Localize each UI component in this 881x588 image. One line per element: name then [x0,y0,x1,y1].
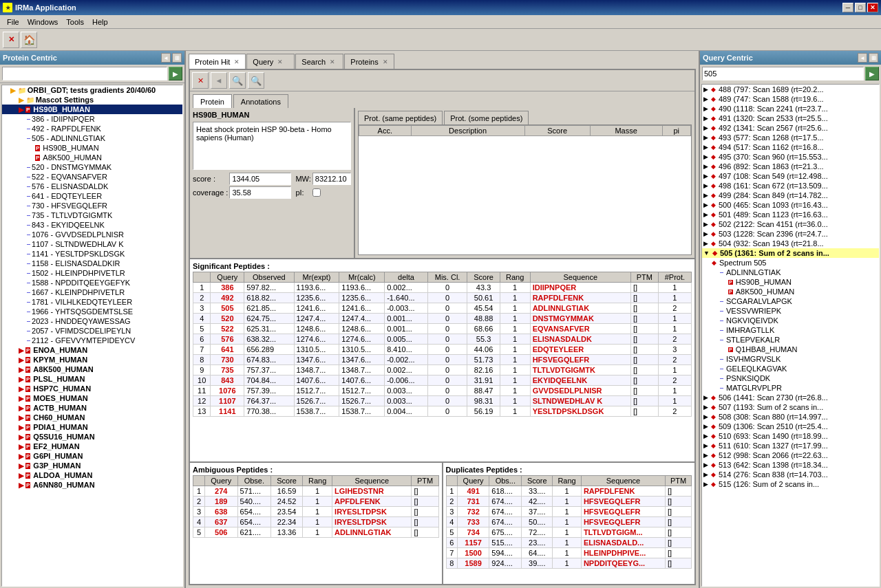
right-tree-item[interactable]: ▶◆497 (108: Scan 549 (rt=12.498... [702,171,879,181]
table-row[interactable]: 6 576 638.32... 1274.6... 1274.6... 0.00… [193,334,692,345]
table-row[interactable]: 6 1157 515.... 23.... 1 ELISNASDALD... [… [446,538,692,548]
right-tree-item[interactable]: ▶◆502 (2122: Scan 4151 (rt=36.0... [702,219,879,229]
left-tree-item[interactable]: –505 - ADLINNLGTIAK [2,133,182,143]
right-tree-item[interactable]: ▶◆500 (465: Scan 1093 (rt=16.43... [702,200,879,210]
right-panel-icon1[interactable]: ◄ [858,53,867,63]
right-tree-item[interactable]: –STLEPVEKALR [702,335,879,345]
left-tree-item[interactable]: –843 - EKYIDQEELNK [2,220,182,230]
right-tree-item[interactable]: ▶◆507 (1193: Sum of 2 scans in... [702,402,879,412]
left-tree-item[interactable]: –2023 - HNDDEQYAWESSAG [2,316,182,326]
left-tree-item[interactable]: PA8K500_HUMAN [2,153,182,162]
menu-help[interactable]: Help [88,17,112,28]
left-tree-item[interactable]: –1588 - NPDDITQEEYGEFYK [2,278,182,287]
tab-protein-hit-close[interactable]: ✕ [234,58,240,65]
left-search-go[interactable]: ▶ [169,67,182,80]
table-row[interactable]: 10 843 704.84... 1407.6... 1407.6... -0.… [193,375,692,386]
sub-tab-protein[interactable]: Protein [193,94,232,108]
left-tree-item[interactable]: ▶PENOA_HUMAN [2,345,182,355]
minimize-button[interactable]: ─ [842,3,853,12]
right-tree-item[interactable]: ▶◆511 (610: Scan 1327 (rt=17.99... [702,441,879,450]
table-row[interactable]: 12 1107 764.37... 1526.7... 1526.7... 0.… [193,396,692,406]
menu-file[interactable]: File [3,17,23,28]
right-tree-item[interactable]: ▶◆499 (284: Scan 849 (rt=14.782... [702,190,879,200]
tab-search1-btn[interactable]: 🔍 [229,72,246,89]
right-tree-item[interactable]: ▶◆492 (1341: Scan 2567 (rt=25.6... [702,123,879,133]
close-button[interactable]: ✕ [867,3,878,12]
left-tree-item[interactable]: –520 - DNSTMGYMMAK [2,162,182,172]
left-tree-item[interactable]: ▶PG3P_HUMAN [2,461,182,470]
tab-search2-btn[interactable]: 🔍 [248,72,264,89]
left-tree-item[interactable]: ▶PACTB_HUMAN [2,403,182,413]
stop-button[interactable]: ✕ [3,32,19,48]
left-tree-item[interactable]: –1781 - VILHLKEDQTEYLEER [2,297,182,307]
table-row[interactable]: 4 733 674.... 50.... 1 HFSVEGQLEFR [] [446,517,692,527]
table-row[interactable]: 3 505 621.85... 1241.6... 1241.6... -0.0… [193,303,692,314]
tab-search-close[interactable]: ✕ [330,58,335,65]
left-search-input[interactable] [2,67,167,80]
right-tree-item[interactable]: PA8K500_HUMAN [702,287,879,296]
right-panel-icon2[interactable]: ⊞ [869,53,878,63]
left-tree-item[interactable]: –1141 - YESLTDPSKLDSGK [2,249,182,259]
right-tree-item[interactable]: –GELEQLKAGVAK [702,364,879,373]
left-tree-item[interactable]: –735 - TLTLVDTGIGMTK [2,210,182,220]
right-tree-item[interactable]: ▶◆509 (1306: Scan 2510 (rt=25.4... [702,422,879,431]
table-row[interactable]: 7 1500 594.... 64.... 1 HLEINPDHPIVE... … [446,548,692,558]
table-row[interactable]: 2 189 540.... 24.52 1 APFDLFENK [] [193,497,439,507]
right-tree-item[interactable]: ▶◆514 (276: Scan 838 (rt=14.703... [702,470,879,479]
left-tree-item[interactable]: ▶ 📁Mascot Settings [2,95,182,105]
table-row[interactable]: 2 731 674.... 42.... 1 HFSVEGQLEFR [] [446,497,692,507]
table-row[interactable]: 4 637 654.... 22.34 1 IRYESLTDPSK [] [193,517,439,527]
table-row[interactable]: 8 1589 924.... 39.... 1 NPDDITQEEYG... [… [446,558,692,569]
right-search-go[interactable]: ▶ [865,67,879,80]
table-row[interactable]: 5 506 621.... 13.36 1 ADLINNLGTIAK [] [193,527,439,538]
table-row[interactable]: 1 491 618.... 33.... 1 RAPFDLFENK [] [446,486,692,497]
left-tree-item[interactable]: –2057 - VFIMDSCDELIPEYLN [2,326,182,336]
left-tree-item[interactable]: ▶ 📁ORBI_GDT; tests gradients 20/40/60 [2,85,182,95]
right-tree-item[interactable]: –ADLINNLGTIAK [702,268,879,277]
right-tree-item[interactable]: –NGKVIQEIVDK [702,316,879,325]
tab-protein-hit[interactable]: Protein Hit ✕ [189,54,246,69]
left-tree-item[interactable]: ▶PQ5SU16_HUMAN [2,432,182,442]
right-tree-item[interactable]: ▶◆488 (797: Scan 1689 (rt=20.2... [702,85,879,94]
right-tree-item[interactable]: –ISVHMGRVSLK [702,354,879,364]
left-tree-item[interactable]: ▶PHS90B_HUMAN [2,105,182,114]
left-tree-item[interactable]: –1076 - GVVDSEDLPLNISR [2,230,182,239]
tab-query-close[interactable]: ✕ [277,58,283,65]
pi-checkbox[interactable] [312,188,321,197]
tab-back-btn[interactable]: ◄ [211,72,227,89]
right-tree-item[interactable]: ▶◆493 (577: Scan 1268 (rt=17.5... [702,133,879,142]
left-panel-icon2[interactable]: ⊞ [172,53,182,63]
left-panel-icon1[interactable]: ◄ [161,53,171,63]
menu-tools[interactable]: Tools [62,17,88,28]
right-tree-item[interactable]: ▶◆491 (1320: Scan 2533 (rt=25.5... [702,113,879,123]
left-tree-item[interactable]: –1158 - ELISNASDALDKIR [2,259,182,268]
table-row[interactable]: 7 641 656.289 1310.5... 1310.5... 8.410.… [193,345,692,355]
left-tree-item[interactable]: ▶PPDIA1_HUMAN [2,422,182,432]
right-search-input[interactable] [702,67,864,80]
left-tree-item[interactable]: ▶PMOES_HUMAN [2,393,182,403]
left-tree-item[interactable]: –1107 - SLTNDWEDHLAV K [2,239,182,249]
right-tree-item[interactable]: ▶◆506 (1441: Scan 2730 (rt=26.8... [702,393,879,402]
right-tree-item[interactable]: PHS90B_HUMAN [702,277,879,287]
tab-search[interactable]: Search ✕ [295,54,343,69]
left-tree-item[interactable]: –2112 - GFEVVYMTEPIDEYCV [2,336,182,345]
right-tree-item[interactable]: ▶◆508 (308: Scan 880 (rt=14.997... [702,412,879,422]
table-row[interactable]: 5 522 625.31... 1248.6... 1248.6... 0.00… [193,324,692,334]
right-tree-item[interactable]: –VESSVWRIEPK [702,306,879,316]
right-tree-item[interactable]: –SCGARALVLAPGK [702,296,879,306]
left-tree-item[interactable]: ▶PKPYM_HUMAN [2,355,182,364]
table-row[interactable]: 3 638 654.... 23.54 1 IRYESLTDPSK [] [193,507,439,517]
left-tree-item[interactable]: –641 - EDQTEYLEER [2,191,182,201]
left-tree-item[interactable]: ▶PALDOA_HUMAN [2,470,182,480]
tab-proteins[interactable]: Proteins ✕ [344,54,394,69]
table-row[interactable]: 4 520 624.75... 1247.4... 1247.4... 0.00… [193,314,692,324]
left-tree-item[interactable]: ▶PA6NN80_HUMAN [2,480,182,490]
right-tree-item[interactable]: ▶◆489 (747: Scan 1588 (rt=19.6... [702,94,879,104]
table-row[interactable]: 11 1076 757.39... 1512.7... 1512.7... 0.… [193,386,692,396]
right-tree-item[interactable]: ▶◆490 (1118: Scan 2241 (rt=23.7... [702,104,879,113]
left-tree-item[interactable]: –576 - ELISNASDALDK [2,182,182,191]
left-tree-item[interactable]: ▶PCH60_HUMAN [2,413,182,422]
right-tree-item[interactable]: ◆Spectrum 505 [702,258,879,268]
left-tree-item[interactable]: ▶PG6PI_HUMAN [2,451,182,461]
table-row[interactable]: 2 492 618.82... 1235.6... 1235.6... -1.6… [193,293,692,303]
